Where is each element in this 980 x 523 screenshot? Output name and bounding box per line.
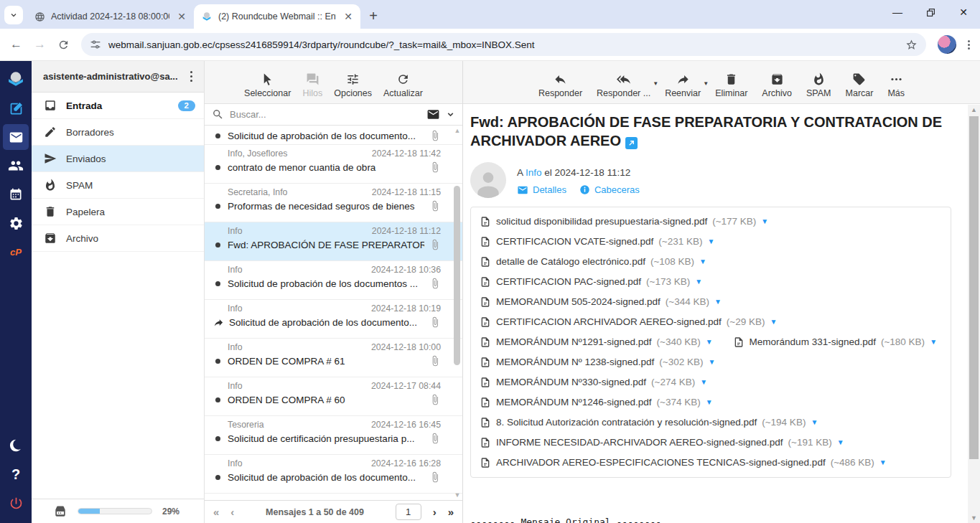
menu-caret-icon[interactable]: ▼ (653, 80, 658, 87)
message-scrollbar-thumb[interactable] (969, 116, 979, 459)
message-list-row[interactable]: Info2024-12-18 10:00ORDEN DE COMPRA # 61 (205, 339, 462, 377)
message-list-row[interactable]: Tesoreria2024-12-16 16:45Solicitud de ce… (205, 416, 462, 455)
attachment-name-link[interactable]: CERTIFICACION PAC-signed.pdf (496, 276, 641, 287)
attachment-menu-caret-icon[interactable]: ▼ (708, 358, 715, 366)
menu-caret-icon[interactable]: ▼ (703, 80, 709, 87)
folder-item-enviados[interactable]: Enviados (32, 146, 204, 172)
attachment-menu-caret-icon[interactable]: ▼ (879, 458, 887, 466)
attachment-item[interactable]: Memorándum 331-signed.pdf(~180 KB)▼ (733, 332, 937, 352)
attachment-name-link[interactable]: MEMORÁNDUM Nº1291-signed.pdf (496, 336, 652, 347)
message-list-row[interactable]: Info2024-12-16 16:28Solicitud de aprobac… (205, 455, 462, 494)
folder-item-archivo[interactable]: Archivo (32, 225, 204, 252)
message-list-row[interactable]: Info2024-12-18 10:19Solicitud de aprobac… (205, 300, 462, 339)
attachment-menu-caret-icon[interactable]: ▼ (695, 278, 702, 286)
message-list-row[interactable]: Info2024-12-18 11:12Fwd: APROBACIÓN DE F… (205, 222, 462, 261)
compose-icon[interactable] (3, 95, 29, 121)
attachment-item[interactable]: CERTIFICACION ARCHIVADOR AEREO-signed.pd… (480, 312, 777, 332)
url-text[interactable]: webmail.sanjuan.gob.ec/cpsess2416859914/… (108, 39, 898, 50)
page-number-input[interactable] (396, 504, 421, 520)
help-icon[interactable]: ? (3, 461, 29, 487)
toolbar-button-responder[interactable]: ▼Responder ... (594, 72, 653, 98)
attachment-name-link[interactable]: ARCHIVADOR AEREO-ESPECIFICACIONES TECNIC… (496, 457, 826, 468)
folder-item-entrada[interactable]: Entrada2 (32, 93, 204, 119)
address-bar[interactable]: webmail.sanjuan.gob.ec/cpsess2416859914/… (81, 33, 926, 56)
last-page-button[interactable]: » (448, 506, 454, 518)
attachment-menu-caret-icon[interactable]: ▼ (714, 298, 722, 306)
attachment-name-link[interactable]: Memorándum 331-signed.pdf (750, 336, 876, 347)
attachment-item[interactable]: detalle de Catálogo electrónico.pdf(~108… (480, 252, 706, 272)
toolbar-button-eliminar[interactable]: Eliminar (712, 72, 750, 98)
toolbar-button-archivo[interactable]: Archivo (759, 72, 795, 98)
toolbar-button-responder[interactable]: Responder (536, 72, 585, 98)
tab-close-icon[interactable]: ✕ (175, 10, 188, 23)
first-page-button[interactable]: « (213, 506, 219, 518)
account-menu-icon[interactable] (185, 68, 199, 85)
open-in-new-window-icon[interactable] (625, 137, 638, 149)
attachment-item[interactable]: ARCHIVADOR AEREO-ESPECIFICACIONES TECNIC… (480, 453, 887, 473)
toolbar-button-hilos[interactable]: Hilos (299, 72, 325, 98)
message-list-row[interactable]: Secretaria, Info2024-12-18 11:15Proforma… (205, 184, 462, 222)
attachment-menu-caret-icon[interactable]: ▼ (930, 338, 937, 346)
list-scrollbar-thumb[interactable] (454, 186, 460, 365)
tab-list-chevron-button[interactable] (4, 6, 23, 24)
message-scrollbar[interactable]: ▲ ▼ (968, 105, 980, 523)
next-page-button[interactable]: › (433, 506, 437, 518)
attachment-item[interactable]: MEMORANDUM 505-2024-signed.pdf(~344 KB)▼ (480, 292, 722, 312)
toolbar-button-actualizar[interactable]: Actualizar (381, 72, 426, 98)
attachment-name-link[interactable]: MEMORÁNDUM Nº1246-signed.pdf (496, 397, 652, 407)
attachment-item[interactable]: CERTIFICACION VCATE-signed.pdf(~231 KB)▼ (480, 232, 714, 252)
scroll-down-icon[interactable]: ▼ (453, 491, 462, 499)
attachment-menu-caret-icon[interactable]: ▼ (837, 438, 844, 446)
attachment-menu-caret-icon[interactable]: ▼ (707, 237, 714, 245)
attachment-name-link[interactable]: CERTIFICACION VCATE-signed.pdf (496, 236, 653, 247)
reload-icon[interactable] (57, 39, 70, 51)
attachment-menu-caret-icon[interactable]: ▼ (699, 258, 706, 265)
toolbar-button-opciones[interactable]: Opciones (331, 72, 375, 98)
attachment-name-link[interactable]: CERTIFICACION ARCHIVADOR AEREO-signed.pd… (496, 316, 722, 327)
window-restore-button[interactable] (914, 0, 947, 24)
attachment-name-link[interactable]: solicitud disponibilidad presupuestaria-… (496, 216, 707, 227)
attachment-menu-caret-icon[interactable]: ▼ (770, 318, 778, 326)
browser-tab-activity[interactable]: Actividad 2024-12-18 08:00:00 ✕ (27, 4, 194, 29)
attachment-item[interactable]: MEMORÁNDUM Nº1291-signed.pdf(~340 KB)▼ (480, 332, 713, 352)
attachment-name-link[interactable]: MEMORANDUM 505-2024-signed.pdf (496, 296, 661, 307)
headers-link[interactable]: Cabeceras (579, 184, 640, 196)
site-info-icon[interactable] (90, 39, 101, 50)
attachment-name-link[interactable]: MEMORÁNDUM Nº330-signed.pdf (496, 377, 646, 387)
search-input[interactable] (230, 109, 421, 120)
scroll-down-icon[interactable]: ▼ (968, 513, 980, 523)
list-scrollbar[interactable]: ▲ ▼ (453, 127, 462, 499)
tab-close-icon[interactable]: ✕ (342, 10, 355, 23)
message-list-row[interactable]: Info2024-12-17 08:44ORDEN DE COMPRA # 60 (205, 377, 462, 416)
details-link[interactable]: Detalles (517, 184, 566, 196)
attachment-menu-caret-icon[interactable]: ▼ (700, 378, 707, 386)
prev-page-button[interactable]: ‹ (230, 506, 234, 518)
attachment-item[interactable]: MEMORÁNDUM Nº330-signed.pdf(~274 KB)▼ (480, 372, 707, 392)
window-minimize-button[interactable]: — (881, 0, 914, 24)
logout-power-icon[interactable] (3, 490, 29, 516)
new-tab-button[interactable]: + (363, 6, 383, 26)
scroll-up-icon[interactable]: ▲ (453, 127, 462, 134)
browser-tab-webmail[interactable]: (2) Roundcube Webmail :: Envia ✕ (194, 4, 360, 29)
message-list-row[interactable]: Info2024-12-18 10:36Solicitud de probaci… (205, 261, 462, 300)
attachment-item[interactable]: 8. Solicitud Autorización contratación y… (480, 413, 818, 433)
scroll-up-icon[interactable]: ▲ (968, 105, 980, 115)
browser-menu-icon[interactable] (968, 40, 970, 50)
recipient-link[interactable]: Info (526, 167, 542, 178)
toolbar-button-reenviar[interactable]: ▼Reenviar (662, 72, 704, 98)
attachment-item[interactable]: solicitud disponibilidad presupuestaria-… (480, 212, 768, 232)
calendar-icon[interactable] (3, 182, 29, 207)
toolbar-button-spam[interactable]: SPAM (803, 72, 834, 98)
contacts-icon[interactable] (3, 153, 29, 179)
attachment-name-link[interactable]: INFORME NECESIDAD-ARCHIVADOR AEREO-signe… (496, 437, 783, 448)
browser-profile-avatar[interactable] (938, 35, 956, 54)
folder-item-borradores[interactable]: Borradores (32, 119, 204, 146)
forward-icon[interactable]: → (34, 37, 46, 52)
attachment-menu-caret-icon[interactable]: ▼ (706, 398, 713, 406)
folder-item-spam[interactable]: SPAM (32, 172, 204, 199)
attachment-name-link[interactable]: detalle de Catálogo electrónico.pdf (496, 256, 645, 267)
attachment-item[interactable]: INFORME NECESIDAD-ARCHIVADOR AEREO-signe… (480, 433, 844, 453)
attachment-menu-caret-icon[interactable]: ▼ (761, 217, 768, 225)
attachment-name-link[interactable]: 8. Solicitud Autorización contratación y… (496, 417, 757, 428)
folder-item-papelera[interactable]: Papelera (32, 199, 204, 225)
